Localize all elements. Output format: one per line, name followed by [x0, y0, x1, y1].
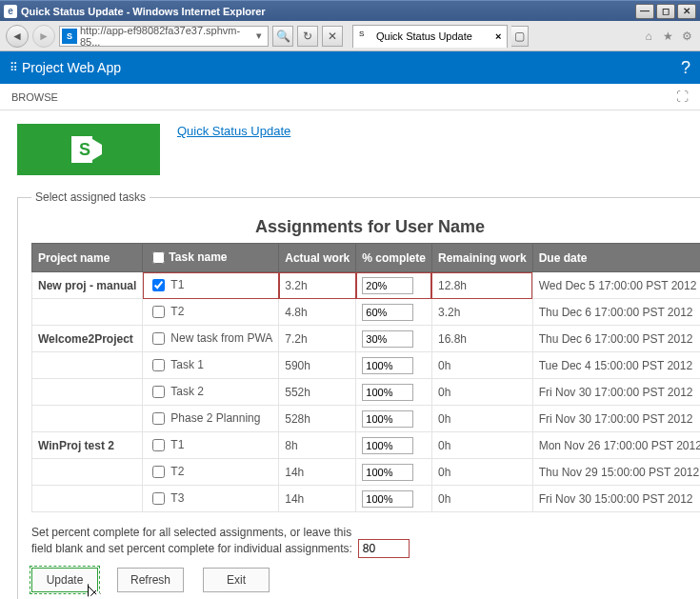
browser-tab[interactable]: S Quick Status Update × — [352, 25, 508, 48]
browser-toolbar: ◄ ► S http://app-ef98082fa37e37.sphvm-85… — [0, 21, 700, 51]
cell-pct — [356, 326, 432, 352]
refresh-button[interactable]: Refresh — [117, 568, 184, 592]
favorites-icon[interactable]: ★ — [660, 29, 675, 44]
col-pct: % complete — [356, 244, 432, 272]
window-titlebar: e Quick Status Update - Windows Internet… — [0, 0, 700, 21]
exit-button[interactable]: Exit — [203, 568, 270, 592]
stop-icon[interactable]: ✕ — [322, 26, 343, 47]
row-checkbox[interactable] — [152, 332, 165, 345]
help-icon[interactable]: ? — [681, 58, 690, 78]
cell-due: Wed Dec 5 17:00:00 PST 2012 — [532, 272, 700, 299]
sharepoint-icon: S — [62, 29, 77, 44]
pct-input[interactable] — [362, 330, 413, 348]
cell-task: T2 — [143, 459, 279, 486]
pct-input[interactable] — [362, 464, 413, 481]
row-checkbox[interactable] — [152, 359, 165, 371]
task-name: T1 — [170, 438, 184, 451]
task-name: T1 — [170, 278, 184, 291]
row-checkbox[interactable] — [152, 492, 165, 505]
table-row: Task 1590h0hTue Dec 4 15:00:00 PST 2012 — [32, 352, 701, 379]
refresh-icon[interactable]: ↻ — [297, 26, 318, 47]
cell-pct — [356, 459, 432, 486]
col-remaining: Remaining work — [431, 244, 532, 272]
pct-input[interactable] — [362, 437, 413, 454]
cell-pct — [356, 406, 432, 432]
fieldset-legend: Select assigned tasks — [31, 190, 150, 204]
cell-task: T1 — [143, 272, 279, 299]
table-row: Welcome2ProjectNew task from PWA7.2h16.8… — [32, 326, 701, 352]
task-name: T3 — [170, 491, 184, 505]
close-tab-icon[interactable]: × — [495, 30, 501, 42]
task-name: T2 — [170, 465, 184, 478]
page-title-link[interactable]: Quick Status Update — [177, 124, 290, 138]
cell-task: Phase 2 Planning — [143, 406, 279, 432]
table-title: Assignments for User Name — [31, 217, 700, 237]
search-icon[interactable]: 🔍 — [272, 26, 293, 47]
cell-due: Tue Dec 4 15:00:00 PST 2012 — [532, 352, 700, 379]
row-checkbox[interactable] — [152, 386, 165, 398]
row-checkbox[interactable] — [152, 412, 165, 425]
cell-due: Thu Dec 6 17:00:00 PST 2012 — [532, 299, 700, 326]
cell-actual: 7.2h — [279, 326, 356, 352]
pct-input[interactable] — [362, 490, 413, 508]
row-checkbox[interactable] — [152, 439, 165, 451]
close-window-button[interactable]: ✕ — [677, 4, 696, 19]
bulk-text-line1: Set percent complete for all selected as… — [31, 526, 700, 539]
back-button[interactable]: ◄ — [6, 25, 29, 48]
col-due: Due date — [532, 244, 700, 272]
cell-actual: 14h — [279, 486, 356, 512]
pct-input[interactable] — [362, 384, 413, 401]
cell-pct — [356, 272, 432, 299]
cell-pct — [356, 486, 432, 512]
cell-actual: 528h — [279, 406, 356, 432]
cell-pct — [356, 379, 432, 406]
cell-remaining: 0h — [431, 379, 532, 406]
cell-remaining: 0h — [431, 432, 532, 459]
table-row: T314h0hFri Nov 30 15:00:00 PST 2012 — [32, 486, 701, 512]
cell-project — [32, 379, 143, 406]
tools-icon[interactable]: ⚙ — [679, 29, 694, 44]
row-checkbox[interactable] — [152, 306, 165, 318]
minimize-button[interactable]: — — [635, 4, 654, 19]
app-title: Project Web App — [22, 60, 121, 75]
pct-input[interactable] — [362, 410, 413, 428]
new-tab-button[interactable]: ▢ — [511, 26, 529, 47]
maximize-button[interactable]: ◻ — [656, 4, 675, 19]
task-name: Task 1 — [170, 358, 204, 371]
fullscreen-icon[interactable]: ⛶ — [676, 90, 689, 104]
button-row: Update Refresh Exit — [31, 568, 700, 592]
row-checkbox[interactable] — [152, 279, 165, 291]
address-bar[interactable]: S http://app-ef98082fa37e37.sphvm-85... … — [59, 26, 269, 47]
pct-input[interactable] — [362, 357, 413, 374]
tab-title: Quick Status Update — [376, 30, 472, 42]
header-grip-icon: ⠿ — [10, 61, 16, 74]
cell-actual: 4.8h — [279, 299, 356, 326]
task-name: T2 — [170, 305, 184, 318]
cell-pct — [356, 299, 432, 326]
forward-button[interactable]: ► — [32, 25, 55, 48]
cell-actual: 590h — [279, 352, 356, 379]
task-name: Phase 2 Planning — [170, 411, 260, 425]
pct-input[interactable] — [362, 277, 413, 294]
cell-project — [32, 299, 143, 326]
row-checkbox[interactable] — [152, 466, 165, 478]
cell-pct — [356, 432, 432, 459]
update-button[interactable]: Update — [31, 568, 98, 592]
cell-due: Mon Nov 26 17:00:00 PST 2012 — [532, 432, 700, 459]
bulk-percent-input[interactable] — [358, 539, 410, 558]
task-name: Task 2 — [170, 385, 204, 398]
ribbon: BROWSE ⛶ — [0, 84, 700, 110]
table-row: T214h0hThu Nov 29 15:00:00 PST 2012 — [32, 459, 701, 486]
cell-project — [32, 406, 143, 432]
svg-text:S: S — [79, 140, 90, 159]
cell-project — [32, 352, 143, 379]
cell-project: WinProj test 2 — [32, 432, 143, 459]
ribbon-tab-browse[interactable]: BROWSE — [11, 91, 58, 103]
bulk-percent-section: Set percent complete for all selected as… — [31, 526, 700, 558]
select-all-checkbox[interactable] — [152, 251, 165, 264]
home-icon[interactable]: ⌂ — [641, 29, 656, 44]
pct-input[interactable] — [362, 304, 413, 321]
cell-actual: 3.2h — [279, 272, 356, 299]
url-dropdown-icon[interactable]: ▾ — [252, 30, 266, 42]
cell-actual: 8h — [279, 432, 356, 459]
